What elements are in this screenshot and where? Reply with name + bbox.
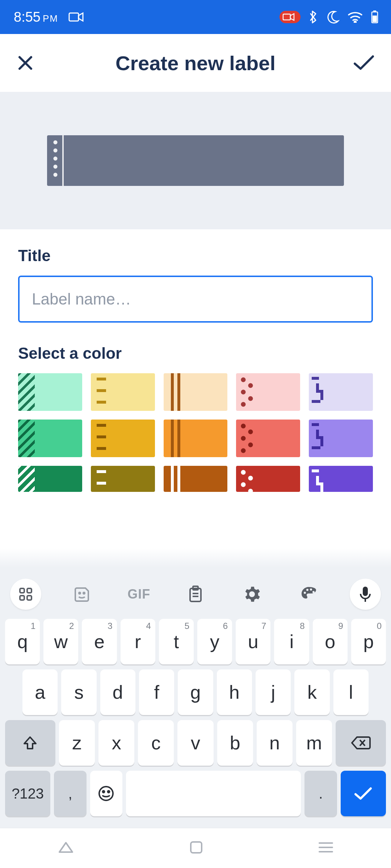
label-preview [47, 135, 344, 186]
svg-point-11 [79, 592, 80, 594]
key-p[interactable]: p0 [351, 619, 386, 664]
gif-button[interactable]: GIF [123, 579, 155, 610]
color-swatch[interactable] [309, 466, 373, 492]
color-swatch[interactable] [236, 373, 300, 411]
select-color-label: Select a color [18, 344, 373, 362]
key-z[interactable]: z [59, 720, 95, 766]
color-swatch[interactable] [18, 373, 82, 411]
color-swatch[interactable] [18, 466, 82, 492]
theme-button[interactable] [293, 579, 324, 610]
key-c[interactable]: c [138, 720, 174, 766]
key-l[interactable]: l [333, 669, 369, 715]
title-label: Title [18, 247, 373, 265]
wifi-icon [348, 11, 363, 23]
confirm-button[interactable] [350, 54, 375, 72]
color-swatch[interactable] [91, 420, 155, 457]
key-h[interactable]: h [217, 669, 252, 715]
key-w[interactable]: w2 [43, 619, 78, 664]
key-y[interactable]: y6 [197, 619, 232, 664]
svg-rect-8 [27, 588, 31, 593]
keyboard-row-3: zxcvbnm [5, 720, 386, 766]
keyboard-row-2: asdfghjkl [5, 669, 386, 715]
key-g[interactable]: g [178, 669, 213, 715]
color-swatch[interactable] [164, 420, 228, 457]
battery-icon [371, 10, 379, 24]
space-key[interactable] [126, 771, 301, 816]
svg-rect-5 [373, 10, 376, 12]
svg-point-22 [108, 791, 110, 793]
color-swatch-grid [18, 373, 373, 492]
period-key[interactable]: . [304, 771, 337, 816]
keyboard-row-1: q1w2e3r4t5y6u7i8o9p0 [5, 619, 386, 664]
nav-home-button[interactable] [189, 841, 203, 856]
key-u[interactable]: u7 [236, 619, 270, 664]
screen-record-icon [279, 11, 300, 23]
comma-key[interactable]: , [54, 771, 86, 816]
key-t[interactable]: t5 [159, 619, 194, 664]
keyboard-toolbar: GIF [0, 573, 391, 616]
key-e[interactable]: e3 [82, 619, 117, 664]
color-swatch[interactable] [164, 373, 228, 411]
color-swatch[interactable] [309, 373, 373, 411]
svg-point-21 [103, 791, 105, 793]
dnd-moon-icon [326, 10, 340, 24]
status-time-ampm: PM [43, 13, 58, 24]
key-d[interactable]: d [100, 669, 135, 715]
svg-point-20 [99, 787, 113, 800]
keyboard-row-4: ?123 , . [5, 771, 386, 816]
enter-key[interactable] [341, 771, 386, 816]
sticker-button[interactable] [67, 579, 98, 610]
settings-button[interactable] [236, 579, 268, 610]
key-x[interactable]: x [98, 720, 134, 766]
color-swatch[interactable] [18, 420, 82, 457]
backspace-key[interactable] [336, 720, 386, 766]
symbols-key[interactable]: ?123 [5, 771, 50, 816]
bluetooth-icon [308, 10, 318, 24]
system-nav-bar [0, 828, 391, 868]
svg-point-3 [354, 21, 356, 23]
svg-rect-0 [69, 13, 79, 21]
app-header: Create new label [0, 34, 391, 92]
key-f[interactable]: f [139, 669, 174, 715]
color-swatch[interactable] [91, 373, 155, 411]
page-title: Create new label [41, 51, 350, 75]
color-swatch[interactable] [236, 466, 300, 492]
status-time: 8:55PM [14, 9, 58, 25]
label-name-input[interactable] [18, 276, 373, 323]
svg-rect-19 [363, 587, 368, 596]
color-swatch[interactable] [91, 466, 155, 492]
emoji-key[interactable] [90, 771, 122, 816]
key-r[interactable]: r4 [121, 619, 155, 664]
svg-point-12 [83, 592, 85, 594]
svg-rect-23 [191, 842, 202, 853]
key-m[interactable]: m [296, 720, 332, 766]
color-swatch[interactable] [236, 420, 300, 457]
svg-point-17 [310, 588, 312, 591]
color-swatch[interactable] [164, 466, 228, 492]
nav-back-button[interactable] [57, 841, 75, 855]
key-o[interactable]: o9 [313, 619, 348, 664]
svg-point-15 [304, 592, 306, 594]
label-perforation-icon [47, 135, 64, 186]
color-swatch[interactable] [309, 420, 373, 457]
svg-point-18 [312, 591, 315, 593]
form-area: Title Select a color [0, 229, 391, 492]
status-bar: 8:55PM [0, 0, 391, 34]
keyboard-apps-button[interactable] [10, 579, 41, 610]
key-v[interactable]: v [177, 720, 213, 766]
key-i[interactable]: i8 [274, 619, 309, 664]
key-j[interactable]: j [256, 669, 291, 715]
key-q[interactable]: q1 [5, 619, 40, 664]
svg-rect-10 [27, 596, 31, 600]
key-b[interactable]: b [217, 720, 253, 766]
clipboard-button[interactable] [180, 579, 211, 610]
key-s[interactable]: s [61, 669, 96, 715]
shift-key[interactable] [5, 720, 55, 766]
status-time-value: 8:55 [14, 9, 41, 25]
nav-recents-button[interactable] [318, 842, 334, 855]
voice-input-button[interactable] [350, 579, 381, 610]
key-k[interactable]: k [294, 669, 329, 715]
key-n[interactable]: n [257, 720, 293, 766]
close-button[interactable] [16, 54, 41, 72]
key-a[interactable]: a [22, 669, 58, 715]
